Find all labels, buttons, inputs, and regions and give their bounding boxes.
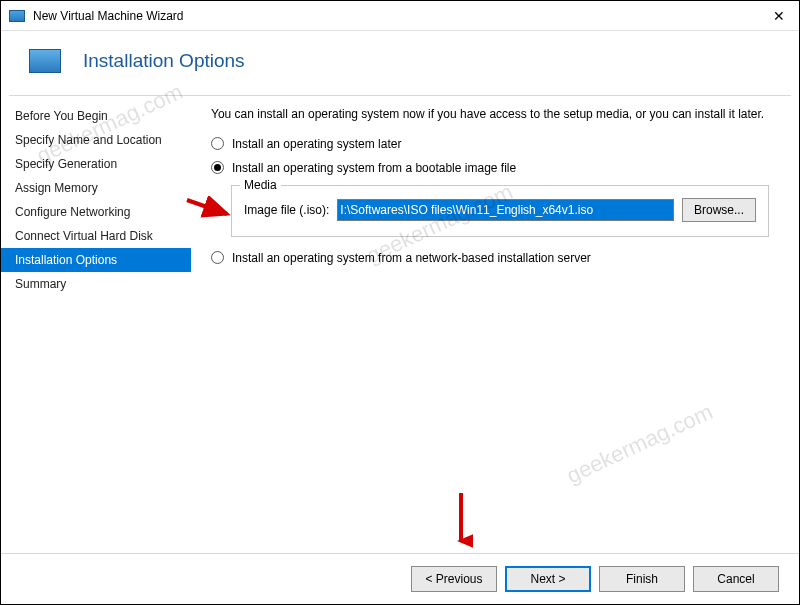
intro-text: You can install an operating system now … — [211, 106, 779, 123]
image-file-input[interactable]: I:\Softwares\ISO files\Win11_English_x64… — [337, 199, 674, 221]
sidebar-item-specify-name-location[interactable]: Specify Name and Location — [1, 128, 191, 152]
option-install-network-label: Install an operating system from a netwo… — [232, 251, 591, 265]
close-icon[interactable]: ✕ — [767, 8, 791, 24]
radio-icon — [211, 251, 224, 264]
option-install-later[interactable]: Install an operating system later — [211, 137, 779, 151]
radio-icon — [211, 161, 224, 174]
option-install-bootable[interactable]: Install an operating system from a boota… — [211, 161, 779, 175]
header-icon — [29, 49, 61, 73]
titlebar: New Virtual Machine Wizard ✕ — [1, 1, 799, 31]
cancel-button[interactable]: Cancel — [693, 566, 779, 592]
option-install-network[interactable]: Install an operating system from a netwo… — [211, 251, 779, 265]
image-file-label: Image file (.iso): — [244, 203, 329, 217]
finish-button[interactable]: Finish — [599, 566, 685, 592]
option-install-later-label: Install an operating system later — [232, 137, 401, 151]
sidebar-item-connect-vhd[interactable]: Connect Virtual Hard Disk — [1, 224, 191, 248]
sidebar-item-summary[interactable]: Summary — [1, 272, 191, 296]
wizard-window: New Virtual Machine Wizard ✕ Installatio… — [0, 0, 800, 605]
radio-icon — [211, 137, 224, 150]
media-row: Image file (.iso): I:\Softwares\ISO file… — [244, 198, 756, 222]
browse-button[interactable]: Browse... — [682, 198, 756, 222]
sidebar-item-specify-generation[interactable]: Specify Generation — [1, 152, 191, 176]
page-title: Installation Options — [83, 50, 245, 72]
wizard-steps-sidebar: Before You Begin Specify Name and Locati… — [1, 96, 191, 553]
wizard-body: Before You Begin Specify Name and Locati… — [1, 96, 799, 553]
sidebar-item-assign-memory[interactable]: Assign Memory — [1, 176, 191, 200]
wizard-content: You can install an operating system now … — [191, 96, 799, 553]
image-file-value: I:\Softwares\ISO files\Win11_English_x64… — [340, 203, 593, 217]
previous-button[interactable]: < Previous — [411, 566, 497, 592]
media-group: Media Image file (.iso): I:\Softwares\IS… — [231, 185, 769, 237]
sidebar-item-installation-options[interactable]: Installation Options — [1, 248, 191, 272]
option-install-bootable-label: Install an operating system from a boota… — [232, 161, 516, 175]
next-button[interactable]: Next > — [505, 566, 591, 592]
wizard-header: Installation Options — [1, 31, 799, 95]
sidebar-item-before-you-begin[interactable]: Before You Begin — [1, 104, 191, 128]
wizard-footer: < Previous Next > Finish Cancel — [1, 553, 799, 604]
sidebar-item-configure-networking[interactable]: Configure Networking — [1, 200, 191, 224]
window-title: New Virtual Machine Wizard — [33, 9, 767, 23]
media-legend: Media — [240, 178, 281, 192]
app-icon — [9, 10, 25, 22]
